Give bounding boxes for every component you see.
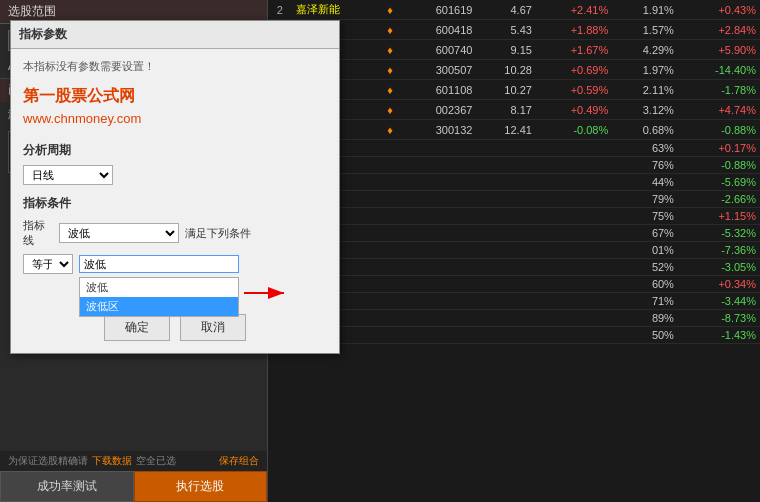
row-chg2: 01% xyxy=(612,242,678,259)
row-code: 601619 xyxy=(402,0,477,20)
satisfy-condition-text: 满足下列条件 xyxy=(185,226,251,241)
row-price: 5.43 xyxy=(476,20,535,40)
row-code: 601108 xyxy=(402,80,477,100)
row-chg2: 79% xyxy=(612,191,678,208)
row-icon: ♦ xyxy=(379,80,402,100)
row-chg2: 52% xyxy=(612,259,678,276)
row-chg3: -0.88% xyxy=(678,120,760,140)
row-icon: ♦ xyxy=(379,120,402,140)
dropdown-option-bodiqu[interactable]: 波低区 xyxy=(80,297,238,316)
row-chg1: +2.41% xyxy=(536,0,612,20)
dropdown-arrow-icon xyxy=(239,283,294,303)
indicator-section-label: 指标条件 xyxy=(23,195,327,212)
row-chg1: +1.88% xyxy=(536,20,612,40)
row-chg2: 50% xyxy=(612,327,678,344)
table-row-partial: 75% +1.15% xyxy=(268,208,760,225)
row-icon: ♦ xyxy=(379,20,402,40)
main-container: 选股范围 选股范围 清空 A股块 已选条件 满足方式： 全部满足 任一满足 波动… xyxy=(0,0,760,502)
dialog-title: 指标参数 xyxy=(11,21,339,49)
row-chg3: +4.74% xyxy=(678,100,760,120)
right-panel: 2 嘉泽新能 ♦ 601619 4.67 +2.41% 1.91% +0.43%… xyxy=(268,0,760,502)
indicator-label-row: 指标线 波低 满足下列条件 xyxy=(23,218,327,248)
row-code: 300132 xyxy=(402,120,477,140)
table-row-partial: 44% -5.69% xyxy=(268,174,760,191)
row-code: 002367 xyxy=(402,100,477,120)
table-row-partial: 71% -3.44% xyxy=(268,293,760,310)
cancel-button[interactable]: 取消 xyxy=(180,314,246,341)
confirm-button[interactable]: 确定 xyxy=(104,314,170,341)
period-section-label: 分析周期 xyxy=(23,142,327,159)
dropdown-input[interactable] xyxy=(79,255,239,273)
period-select[interactable]: 日线 xyxy=(23,165,113,185)
row-chg3: -5.69% xyxy=(678,174,760,191)
row-chg2: 3.12% xyxy=(612,100,678,120)
dropdown-list: 波低 波低区 xyxy=(79,277,239,317)
table-row-partial: 89% -8.73% xyxy=(268,310,760,327)
table-row[interactable]: 7 康为电梯 ♦ 002367 8.17 +0.49% 3.12% +4.74% xyxy=(268,100,760,120)
row-chg3: -3.05% xyxy=(678,259,760,276)
row-chg2: 75% xyxy=(612,208,678,225)
table-row-partial: 01% -7.36% xyxy=(268,242,760,259)
row-icon: ♦ xyxy=(379,0,402,20)
row-icon: ♦ xyxy=(379,100,402,120)
table-row-partial: 52% -3.05% xyxy=(268,259,760,276)
table-row[interactable]: 5 苏奥传感 ♦ 300507 10.28 +0.69% 1.97% -14.4… xyxy=(268,60,760,80)
test-button[interactable]: 成功率测试 xyxy=(0,471,134,502)
row-chg3: -7.36% xyxy=(678,242,760,259)
note-prefix: 为保证选股精确请 xyxy=(8,454,88,468)
table-row[interactable]: 3 江淮汽车 ♦ 600418 5.43 +1.88% 1.57% +2.84% xyxy=(268,20,760,40)
row-chg3: +0.17% xyxy=(678,140,760,157)
table-row[interactable]: 6 财通证券 ♦ 601108 10.27 +0.59% 2.11% -1.78… xyxy=(268,80,760,100)
row-price: 10.28 xyxy=(476,60,535,80)
period-row: 日线 xyxy=(23,165,327,185)
bottom-bar: 为保证选股精确请 下载数据 空全已选 保存组合 成功率测试 执行选股 xyxy=(0,451,267,502)
dialog-site-name: 第一股票公式网 xyxy=(23,86,327,107)
bottom-note: 为保证选股精确请 下载数据 空全已选 保存组合 xyxy=(0,451,267,471)
dialog-note: 本指标没有参数需要设置！ xyxy=(23,59,327,74)
dropdown-option-bodi[interactable]: 波低 xyxy=(80,278,238,297)
row-code: 300507 xyxy=(402,60,477,80)
row-chg2: 44% xyxy=(612,174,678,191)
table-row-partial: 60% +0.34% xyxy=(268,276,760,293)
row-chg1: +1.67% xyxy=(536,40,612,60)
indicator-section: 指标条件 指标线 波低 满足下列条件 等于 xyxy=(23,195,327,274)
row-chg1: -0.08% xyxy=(536,120,612,140)
row-chg3: +1.15% xyxy=(678,208,760,225)
table-row[interactable]: 8 青松股份 ♦ 300132 12.41 -0.08% 0.68% -0.88… xyxy=(268,120,760,140)
dialog-box[interactable]: 指标参数 本指标没有参数需要设置！ 第一股票公式网 www.chnmoney.c… xyxy=(10,20,340,354)
row-chg1: +0.59% xyxy=(536,80,612,100)
table-row-partial: 76% -0.88% xyxy=(268,157,760,174)
table-row[interactable]: 2 嘉泽新能 ♦ 601619 4.67 +2.41% 1.91% +0.43% xyxy=(268,0,760,20)
row-chg3: -2.66% xyxy=(678,191,760,208)
table-row-partial: 50% -1.43% xyxy=(268,327,760,344)
row-chg3: +2.84% xyxy=(678,20,760,40)
note-suffix: 空全已选 xyxy=(136,454,176,468)
row-chg2: 71% xyxy=(612,293,678,310)
row-chg2: 2.11% xyxy=(612,80,678,100)
row-chg3: -1.43% xyxy=(678,327,760,344)
row-chg3: -0.88% xyxy=(678,157,760,174)
row-chg2: 1.91% xyxy=(612,0,678,20)
row-price: 10.27 xyxy=(476,80,535,100)
table-row-partial: 79% -2.66% xyxy=(268,191,760,208)
row-chg3: -1.78% xyxy=(678,80,760,100)
row-code: 600740 xyxy=(402,40,477,60)
row-price: 9.15 xyxy=(476,40,535,60)
execute-button[interactable]: 执行选股 xyxy=(134,471,268,502)
indicator-select[interactable]: 波低 xyxy=(59,223,179,243)
row-chg3: -3.44% xyxy=(678,293,760,310)
row-icon: ♦ xyxy=(379,60,402,80)
row-chg2: 76% xyxy=(612,157,678,174)
dialog-site-url: www.chnmoney.com xyxy=(23,111,327,126)
table-row-partial: 67% -5.32% xyxy=(268,225,760,242)
save-group-link[interactable]: 保存组合 xyxy=(219,454,259,468)
table-row[interactable]: 4 山西焦化 ♦ 600740 9.15 +1.67% 4.29% +5.90% xyxy=(268,40,760,60)
row-chg2: 67% xyxy=(612,225,678,242)
row-price: 4.67 xyxy=(476,0,535,20)
indicator-line-label: 指标线 xyxy=(23,218,53,248)
row-chg2: 0.68% xyxy=(612,120,678,140)
equal-select[interactable]: 等于 xyxy=(23,254,73,274)
bottom-action-row: 成功率测试 执行选股 xyxy=(0,471,267,502)
download-data-link[interactable]: 下载数据 xyxy=(92,454,132,468)
row-chg1: +0.49% xyxy=(536,100,612,120)
